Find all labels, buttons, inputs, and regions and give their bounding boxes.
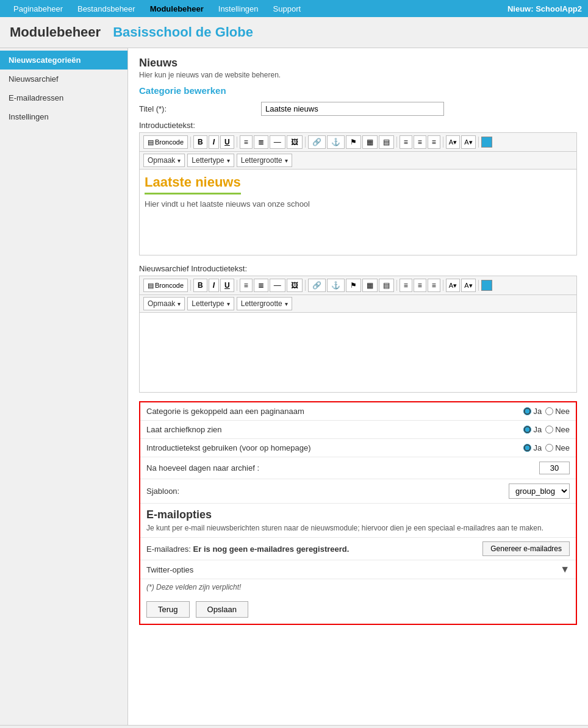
align-left-btn-2[interactable]: ≡ [400,279,412,292]
section-title: Nieuws [139,57,577,70]
align-center-btn-1[interactable]: ≡ [414,135,426,149]
opslaan-button[interactable]: Opslaan [196,601,248,618]
link-btn-2[interactable]: 🔗 [308,279,326,292]
twitter-label: Twitter-opties [146,565,560,574]
align-center-btn-2[interactable]: ≡ [414,279,426,292]
italic-btn-1[interactable]: I [209,135,219,149]
color-bg-btn-1[interactable]: A▾ [461,135,475,149]
anchor-btn-2[interactable]: ⚓ [327,279,345,292]
sep5b [443,280,443,291]
settings-row-introtext: Introductietekst gebruiken (voor op home… [140,439,576,457]
flag-btn-1[interactable]: ⚑ [346,135,361,149]
nav-bestandsbeheer[interactable]: Bestandsbeheer [70,2,143,16]
bold-btn-2[interactable]: B [193,279,207,292]
bold-btn-1[interactable]: B [193,135,207,149]
archiefknop-ja-label[interactable]: Ja [523,425,542,434]
introtext-nee-radio[interactable] [545,444,553,452]
sidebar-item-nieuwsarchief[interactable]: Nieuwsarchief [0,70,127,88]
underline-btn-1[interactable]: U [220,135,234,149]
sidebar: Nieuwscategorieën Nieuwsarchief E-mailad… [0,48,128,725]
align-right-btn-2[interactable]: ≡ [428,279,440,292]
lettergrootte-dropdown-2[interactable]: Lettergrootte [237,297,292,310]
dagen-input[interactable] [539,462,570,474]
sep3b [305,280,306,291]
sep5 [443,137,443,148]
terug-button[interactable]: Terug [146,601,190,618]
sjabloon-select[interactable]: group_blog [509,484,570,499]
opmaak-dropdown-1[interactable]: Opmaak [143,154,185,167]
sep4b [396,280,397,291]
sidebar-item-instellingen[interactable]: Instellingen [0,107,127,126]
list-ol-btn-1[interactable]: ≣ [254,135,268,149]
table-btn-2[interactable]: ▤ [379,279,394,292]
media-btn-1[interactable]: ▦ [362,135,378,149]
align-right-btn-1[interactable]: ≡ [428,135,440,149]
school-title: Basisschool de Globe [113,24,253,40]
editor2-content[interactable] [140,313,576,392]
img-btn-1[interactable]: 🖼 [287,135,303,149]
flag-btn-2[interactable]: ⚑ [346,279,361,292]
lettertype-dropdown-2[interactable]: Lettertype [187,297,234,310]
titel-input[interactable] [261,102,444,116]
sidebar-item-emailadressen[interactable]: E-mailadressen [0,88,127,107]
italic-btn-2[interactable]: I [209,279,219,292]
main-layout: Nieuwscategorieën Nieuwsarchief E-mailad… [0,48,588,725]
broncode-btn-1[interactable]: ▤ Broncode [143,135,188,149]
page-header: Modulebeheer Basisschool de Globe [0,17,588,48]
archiefknop-nee-label[interactable]: Nee [545,425,570,434]
genereer-email-btn[interactable]: Genereer e-mailadres [482,541,570,556]
introtext-ja-label[interactable]: Ja [523,443,542,452]
introtext-control: Ja Nee [523,443,570,452]
nav-instellingen[interactable]: Instellingen [211,2,266,16]
required-note: (*) Deze velden zijn verplicht! [140,579,576,595]
email-row-value: Er is nog geen e-mailadres geregistreerd… [193,544,350,554]
nav-paginabeheer[interactable]: Paginabeheer [6,2,70,16]
anchor-btn-1[interactable]: ⚓ [327,135,345,149]
table-btn-1[interactable]: ▤ [379,135,394,149]
img-btn-2[interactable]: 🖼 [287,279,303,292]
lettertype-dropdown-1[interactable]: Lettertype [187,154,234,167]
lettergrootte-dropdown-1[interactable]: Lettergrootte [237,154,292,167]
archiefknop-nee-radio[interactable] [545,426,553,434]
color-bg-btn-2[interactable]: A▾ [461,279,475,292]
nav-modulebeheer[interactable]: Modulebeheer [143,2,211,16]
blue-square-btn-2[interactable] [481,280,492,291]
editor1-content[interactable]: Laatste nieuws Hier vindt u het laatste … [140,170,576,255]
editor2: ▤ Broncode B I U ≡ ≣ — 🖼 🔗 ⚓ ⚑ ▦ ▤ ≡ [139,276,577,393]
gekoppeld-ja-label[interactable]: Ja [523,407,542,416]
list-ul-btn-2[interactable]: ≡ [240,279,253,292]
hr-btn-2[interactable]: — [270,279,285,292]
color-fg-btn-2[interactable]: A▾ [446,279,460,292]
sjabloon-control: group_blog [509,484,570,499]
underline-btn-2[interactable]: U [220,279,234,292]
introtext-nee-label[interactable]: Nee [545,443,570,452]
twitter-expand-icon[interactable]: ▼ [560,564,570,575]
blue-square-btn-1[interactable] [481,137,492,148]
broncode-btn-2[interactable]: ▤ Broncode [143,279,188,292]
sep3 [305,137,306,148]
footer: S SyndeoCMS Professional Edition 5.0.10 … [0,725,588,728]
list-ol-btn-2[interactable]: ≣ [254,279,268,292]
gekoppeld-control: Ja Nee [523,407,570,416]
gekoppeld-nee-radio[interactable] [545,407,553,415]
gekoppeld-ja-radio[interactable] [523,407,531,415]
archiefknop-ja-radio[interactable] [523,426,531,434]
editor1-body-text: Hier vindt u het laatste nieuws van onze… [145,199,572,209]
color-fg-btn-1[interactable]: A▾ [446,135,460,149]
nav-support[interactable]: Support [266,2,309,16]
link-btn-1[interactable]: 🔗 [308,135,326,149]
opmaak-dropdown-2[interactable]: Opmaak [143,297,185,310]
settings-row-dagen: Na hoeveel dagen naar archief : [140,457,576,479]
hr-btn-1[interactable]: — [270,135,285,149]
sep2 [237,137,237,148]
settings-row-gekoppeld: Categorie is gekoppeld aan een paginanaa… [140,402,576,421]
list-ul-btn-1[interactable]: ≡ [240,135,253,149]
gekoppeld-nee-label[interactable]: Nee [545,407,570,416]
align-left-btn-1[interactable]: ≡ [400,135,412,149]
introtext-ja-radio[interactable] [523,444,531,452]
media-btn-2[interactable]: ▦ [362,279,378,292]
email-row-label: E-mailadres: Er is nog geen e-mailadres … [146,544,482,554]
sidebar-item-nieuwscategorieen[interactable]: Nieuwscategorieën [0,51,127,70]
schoolapp-promo: Nieuw: SchoolApp2 [507,4,582,13]
sep1 [190,137,191,148]
